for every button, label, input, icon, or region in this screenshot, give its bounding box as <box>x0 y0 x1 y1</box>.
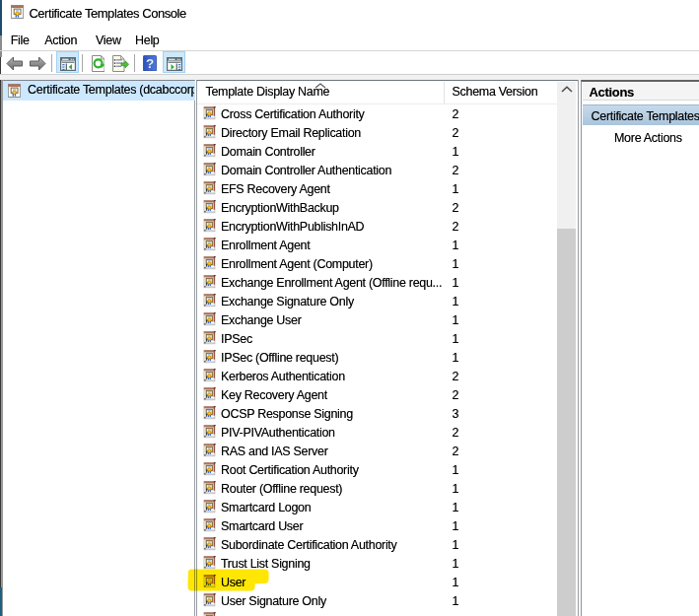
svg-text:?: ? <box>146 55 154 70</box>
